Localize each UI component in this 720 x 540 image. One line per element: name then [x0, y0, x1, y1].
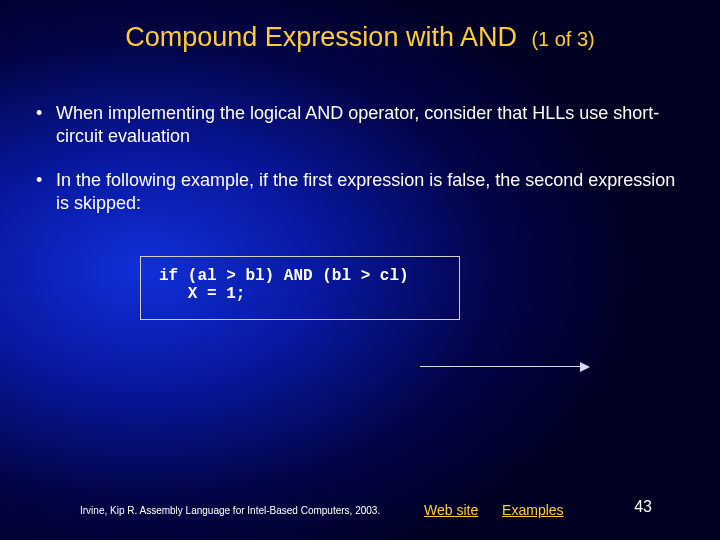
citation-text: Irvine, Kip R. Assembly Language for Int…	[80, 505, 380, 516]
arrow-head	[580, 362, 590, 372]
slide-title-sub: (1 of 3)	[531, 28, 594, 50]
bullet-list: When implementing the logical AND operat…	[36, 102, 680, 236]
footer: Irvine, Kip R. Assembly Language for Int…	[80, 496, 680, 516]
slide-title: Compound Expression with AND	[125, 22, 517, 52]
bullet-item: When implementing the logical AND operat…	[36, 102, 680, 147]
examples-link[interactable]: Examples	[502, 502, 563, 518]
page-number: 43	[634, 498, 652, 516]
arrow-icon	[420, 362, 590, 372]
title-row: Compound Expression with AND (1 of 3)	[0, 22, 720, 53]
bullet-item: In the following example, if the first e…	[36, 169, 680, 214]
arrow-line	[420, 366, 580, 367]
slide: Compound Expression with AND (1 of 3) Wh…	[0, 0, 720, 540]
code-box: if (al > bl) AND (bl > cl) X = 1;	[140, 256, 460, 320]
website-link[interactable]: Web site	[424, 502, 478, 518]
footer-links: Web site Examples	[424, 502, 584, 518]
